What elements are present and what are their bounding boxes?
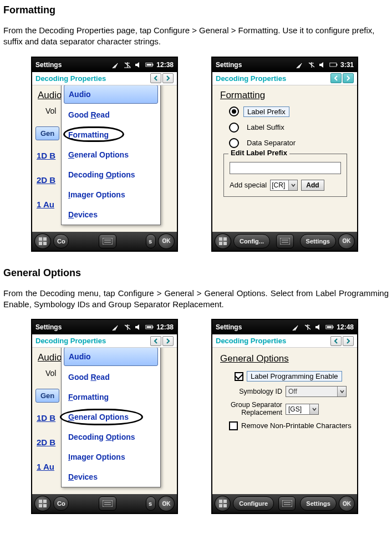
add-button[interactable]: Add [301, 180, 324, 191]
nav-prev-button[interactable] [150, 336, 161, 346]
special-char-select[interactable]: [CR] [270, 180, 298, 191]
select-value: [GS] [288, 405, 302, 413]
content-area: Audio Vol Gen 1D B 2D B 1 Au Audio Good … [32, 85, 177, 232]
menu-item-decoding-options[interactable]: Decoding Options [62, 427, 160, 447]
start-button[interactable] [215, 496, 231, 511]
volume-icon [134, 323, 143, 331]
menu-item-devices[interactable]: Devices [62, 467, 160, 487]
menu-item-formatting[interactable]: Formatting [62, 125, 160, 145]
subheader-title: Decoding Properties [216, 74, 286, 83]
start-button[interactable] [34, 496, 51, 511]
nav-prev-button[interactable] [330, 73, 342, 83]
edit-label-prefix-fieldset: Edit Label Prefix Add special [CR] Add [223, 154, 347, 197]
svg-rect-27 [39, 504, 42, 507]
volume-icon [134, 61, 143, 69]
right-softkey[interactable]: s [146, 234, 156, 248]
antenna-icon [123, 61, 132, 69]
content-area: Formatting Label Prefix Label Suffix Dat… [212, 85, 357, 232]
svg-rect-7 [43, 242, 47, 245]
battery-icon [145, 61, 154, 69]
radio-data-separator[interactable]: Data Separator [229, 138, 350, 148]
nav-next-button[interactable] [162, 73, 174, 83]
select-value: Off [288, 388, 297, 395]
left-softkey-configure[interactable]: Configure [233, 496, 274, 511]
battery-icon [145, 323, 154, 331]
svg-rect-25 [39, 500, 42, 503]
title-bar: Settings 12:38 [32, 58, 177, 72]
sub-header: Decoding Properties [32, 72, 177, 85]
bottom-bar: Co s OK [32, 232, 177, 251]
menu-item-imager-options[interactable]: Imager Options [62, 447, 160, 467]
section2-screenshot-row: Settings 12:38 Decoding Properties Audio… [3, 319, 389, 514]
titlebar-text: Settings [35, 61, 62, 69]
menu-item-good-read[interactable]: Good Read [62, 105, 160, 125]
bg-1d-label: 1D B [37, 413, 55, 423]
svg-rect-2 [152, 64, 154, 65]
menu-item-decoding-options[interactable]: Decoding Options [62, 165, 160, 185]
ok-button[interactable]: OK [158, 496, 175, 511]
group-separator-select[interactable]: [GS] [286, 404, 319, 415]
right-softkey[interactable]: s [146, 496, 156, 511]
menu-item-formatting[interactable]: Formatting [62, 387, 160, 407]
subheader-title: Decoding Properties [35, 337, 106, 345]
remove-nonprintable-checkbox[interactable] [229, 421, 238, 430]
svg-rect-12 [330, 63, 337, 66]
svg-rect-13 [337, 64, 338, 65]
nav-prev-button[interactable] [150, 73, 161, 83]
ok-button[interactable]: OK [338, 233, 355, 249]
left-softkey-config[interactable]: Config... [233, 234, 270, 248]
bg-general-tab[interactable]: Gen [35, 126, 59, 140]
nav-next-button[interactable] [162, 336, 174, 346]
signal-icon [112, 323, 121, 331]
left-softkey[interactable]: Co [53, 234, 69, 248]
svg-rect-34 [333, 326, 334, 328]
keyboard-button[interactable] [99, 496, 116, 511]
start-button[interactable] [34, 233, 51, 249]
nav-next-button[interactable] [343, 73, 354, 83]
svg-rect-16 [219, 242, 222, 245]
fieldset-legend: Edit Label Prefix [228, 149, 289, 157]
chevron-down-icon [288, 180, 297, 190]
menu-item-good-read[interactable]: Good Read [62, 367, 160, 387]
subheader-title: Decoding Properties [216, 337, 286, 345]
svg-rect-35 [327, 326, 332, 328]
start-button[interactable] [215, 233, 231, 249]
chevron-down-icon [337, 387, 346, 396]
right-softkey-settings[interactable]: Settings [300, 234, 336, 248]
svg-rect-17 [223, 242, 227, 245]
prefix-text-input[interactable] [230, 162, 341, 174]
left-softkey[interactable]: Co [53, 496, 69, 511]
ok-button[interactable]: OK [339, 496, 355, 511]
battery-icon [325, 323, 334, 331]
symbology-id-select[interactable]: Off [286, 386, 347, 397]
bg-2d-label: 2D B [37, 175, 55, 185]
keyboard-button[interactable] [278, 496, 296, 511]
titlebar-text: Settings [216, 323, 242, 331]
battery-icon [329, 61, 338, 69]
radio-label-prefix[interactable]: Label Prefix [229, 106, 350, 117]
svg-rect-6 [39, 242, 42, 245]
label-programming-enable-checkbox[interactable] [235, 372, 243, 381]
screenshot-menu-formatting: Settings 12:38 Decoding Properties Audio… [31, 57, 178, 252]
menu-item-audio[interactable]: Audio [64, 85, 158, 104]
keyboard-button[interactable] [99, 234, 116, 248]
menu-item-general-options[interactable]: General Options [62, 407, 160, 427]
bg-general-tab[interactable]: Gen [35, 389, 59, 403]
title-bar: Settings 12:48 [212, 320, 357, 334]
nav-next-button[interactable] [343, 336, 354, 346]
menu-item-general-options[interactable]: General Options [62, 145, 160, 165]
keyboard-button[interactable] [276, 234, 294, 248]
svg-rect-36 [219, 500, 222, 503]
nav-prev-button[interactable] [330, 336, 342, 346]
menu-item-imager-options[interactable]: Imager Options [62, 185, 160, 205]
bg-1au-label: 1 Au [37, 200, 54, 209]
title-bar: Settings 12:38 [32, 320, 177, 334]
ok-button[interactable]: OK [158, 233, 175, 249]
bg-2d-label: 2D B [37, 438, 55, 447]
menu-item-devices[interactable]: Devices [62, 205, 160, 225]
sub-header: Decoding Properties [212, 334, 357, 348]
radio-label-suffix[interactable]: Label Suffix [229, 123, 350, 133]
right-softkey-settings[interactable]: Settings [300, 496, 336, 511]
menu-item-audio[interactable]: Audio [64, 348, 158, 366]
signal-icon [112, 61, 121, 69]
